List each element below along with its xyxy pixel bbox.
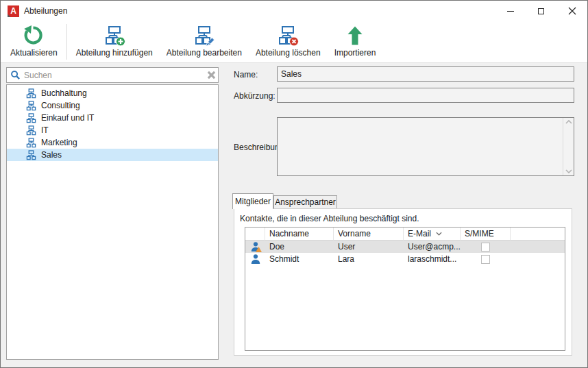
org-chart-icon xyxy=(26,150,36,160)
delete-department-button[interactable]: Abteilung löschen xyxy=(249,21,328,62)
departments-window: A Abteilungen Aktualisieren xyxy=(0,0,588,368)
org-chart-edit-icon xyxy=(193,25,215,47)
maximize-icon xyxy=(538,8,544,14)
clear-search-button[interactable] xyxy=(204,69,218,82)
title-bar: A Abteilungen xyxy=(1,1,587,21)
edit-department-button[interactable]: Abteilung bearbeiten xyxy=(160,21,249,62)
name-field[interactable] xyxy=(277,66,574,82)
department-list: Buchhaltung Consulting Einkauf und IT xyxy=(6,84,219,360)
close-icon xyxy=(568,7,576,15)
tab-mitglieder[interactable]: Mitglieder xyxy=(232,193,273,209)
search-box xyxy=(6,67,219,83)
org-chart-icon xyxy=(26,113,36,123)
tab-ansprechpartner[interactable]: Ansprechpartner xyxy=(273,195,337,209)
members-caption: Kontakte, die in dieser Abteilung beschä… xyxy=(240,214,419,223)
members-panel: Kontakte, die in dieser Abteilung beschä… xyxy=(234,208,572,356)
maximize-button[interactable] xyxy=(526,1,556,21)
description-text xyxy=(278,118,563,175)
minimize-button[interactable] xyxy=(495,1,526,21)
person-icon xyxy=(250,254,261,265)
header-filler xyxy=(511,228,565,241)
add-department-label: Abteilung hinzufügen xyxy=(76,48,153,58)
import-label: Importieren xyxy=(334,48,376,58)
app-logo-icon: A xyxy=(8,5,19,17)
name-label: Name: xyxy=(234,70,258,79)
header-smime[interactable]: S/MIME xyxy=(461,228,511,241)
scroll-up-icon[interactable] xyxy=(565,120,572,124)
cell-nachname: Doe xyxy=(265,241,334,253)
clear-x-icon xyxy=(207,71,216,79)
smime-checkbox[interactable] xyxy=(481,243,490,252)
department-label: Consulting xyxy=(41,101,80,110)
department-label: Einkauf und IT xyxy=(41,113,94,123)
smime-checkbox[interactable] xyxy=(481,255,490,264)
department-item-it[interactable]: IT xyxy=(7,124,218,136)
department-item-sales[interactable]: Sales xyxy=(7,149,218,161)
cell-email: laraschmidt... xyxy=(404,253,461,265)
refresh-button[interactable]: Aktualisieren xyxy=(3,21,64,62)
cell-vorname: Lara xyxy=(334,253,404,265)
toolbar-separator xyxy=(66,24,67,60)
add-department-button[interactable]: Abteilung hinzufügen xyxy=(69,21,160,62)
department-item-einkauf-und-it[interactable]: Einkauf und IT xyxy=(7,112,218,124)
minimize-icon xyxy=(507,11,514,12)
member-row-schmidt[interactable]: Schmidt Lara laraschmidt... xyxy=(245,253,565,265)
refresh-icon xyxy=(23,25,45,47)
description-scrollbar[interactable] xyxy=(563,118,574,175)
header-vorname[interactable]: Vorname xyxy=(334,228,404,241)
cell-email: User@acmp... xyxy=(404,241,461,253)
person-warning-icon xyxy=(250,241,261,252)
member-row-doe[interactable]: Doe User User@acmp... xyxy=(245,241,565,253)
abbreviation-label: Abkürzung: xyxy=(234,91,275,101)
sort-desc-icon xyxy=(436,232,442,236)
scroll-down-icon[interactable] xyxy=(565,169,572,173)
members-table: Nachname Vorname E-Mail S/MIME xyxy=(245,227,565,351)
department-label: Marketing xyxy=(41,138,77,147)
close-button[interactable] xyxy=(556,1,587,21)
org-chart-add-icon xyxy=(103,25,125,47)
cell-nachname: Schmidt xyxy=(265,253,334,265)
search-icon xyxy=(10,70,21,80)
search-input[interactable] xyxy=(24,69,204,82)
table-header-row: Nachname Vorname E-Mail S/MIME xyxy=(245,228,565,241)
import-button[interactable]: Importieren xyxy=(328,21,383,62)
edit-department-label: Abteilung bearbeiten xyxy=(167,48,242,58)
header-email[interactable]: E-Mail xyxy=(404,228,461,241)
header-nachname[interactable]: Nachname xyxy=(265,228,334,241)
org-chart-icon xyxy=(26,125,36,136)
description-field[interactable] xyxy=(277,117,574,176)
org-chart-icon xyxy=(26,101,36,111)
window-title: Abteilungen xyxy=(24,1,67,21)
header-icon-column xyxy=(245,228,265,241)
import-arrow-icon xyxy=(344,25,366,47)
org-chart-icon xyxy=(26,88,36,99)
department-item-consulting[interactable]: Consulting xyxy=(7,99,218,112)
cell-vorname: User xyxy=(334,241,404,253)
department-label: Sales xyxy=(41,150,62,160)
abbreviation-field[interactable] xyxy=(277,88,574,103)
org-chart-icon xyxy=(26,138,36,148)
department-item-marketing[interactable]: Marketing xyxy=(7,136,218,149)
delete-department-label: Abteilung löschen xyxy=(256,48,321,58)
refresh-label: Aktualisieren xyxy=(10,48,58,58)
toolbar: Aktualisieren Abteilung hinzufügen xyxy=(1,21,587,63)
department-label: Buchhaltung xyxy=(41,88,87,98)
org-chart-delete-icon xyxy=(277,25,299,47)
department-label: IT xyxy=(41,125,49,135)
department-item-buchhaltung[interactable]: Buchhaltung xyxy=(7,87,218,99)
